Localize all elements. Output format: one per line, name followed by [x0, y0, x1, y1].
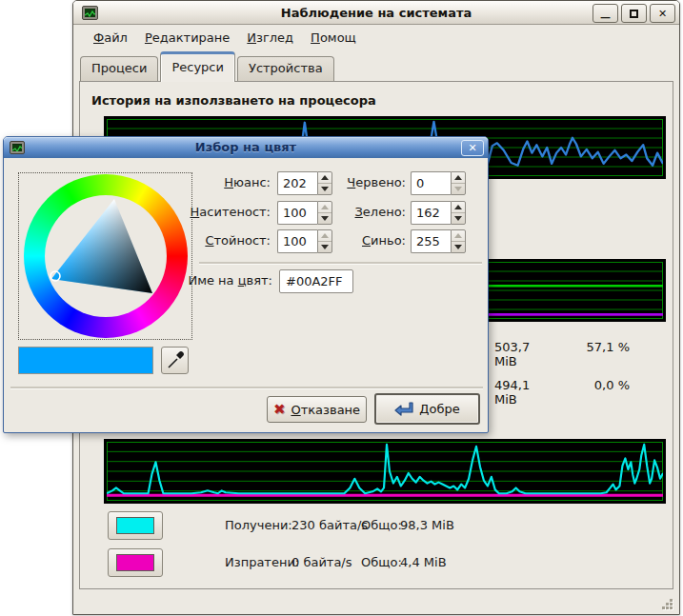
statusbar [74, 591, 678, 613]
red-label: Червено: [318, 175, 406, 189]
dialog-titlebar[interactable]: Избор на цвят ✕ [4, 137, 488, 158]
ok-button[interactable]: Добре [374, 393, 480, 425]
menu-file[interactable]: Файл [85, 29, 136, 47]
dialog-close-button[interactable]: ✕ [461, 140, 484, 156]
network-received-row: Получени: 230 байта/s Общо: 98,3 MiB [108, 511, 641, 540]
menu-view[interactable]: Изглед [238, 29, 302, 47]
cancel-x-icon: ✖ [273, 401, 286, 418]
sent-total-label: Общо: [361, 555, 402, 569]
red-spinner[interactable] [451, 171, 466, 195]
memory-size: 503,7 MiB [494, 340, 530, 368]
dialog-action-separator [10, 387, 483, 388]
saturation-label: Наситеност: [149, 205, 271, 219]
value-label: Стойност: [149, 233, 271, 248]
green-row: Зелено: 162 [318, 201, 475, 225]
menu-help[interactable]: Помощ [302, 29, 365, 47]
red-input[interactable]: 0 [411, 171, 451, 195]
hue-row: Нюанс: 202 [147, 171, 337, 195]
hue-input[interactable]: 202 [277, 171, 317, 195]
green-label: Зелено: [318, 205, 406, 219]
dialog-mid-separator [199, 262, 482, 264]
sent-color-swatch [116, 554, 154, 571]
blue-label: Синьо: [318, 233, 406, 248]
menubar: Файл Редактиране Изглед Помощ [74, 26, 678, 49]
window-title: Наблюдение на системата [73, 6, 679, 20]
value-row: Стойност: 100 [147, 229, 337, 253]
blue-spinner[interactable] [451, 229, 466, 253]
network-sent-row: Изпратени: 0 байта/s Общо: 4,4 MiB [108, 548, 641, 577]
eyedropper-icon [162, 348, 188, 373]
cancel-label: Отказване [291, 403, 360, 417]
received-rate: 230 байта/s [291, 518, 368, 532]
green-spinner[interactable] [451, 201, 466, 225]
red-row: Червено: 0 [318, 171, 475, 195]
tab-devices[interactable]: Устройства [237, 56, 334, 81]
cancel-button[interactable]: ✖ Отказване [267, 396, 367, 423]
resize-grip[interactable] [659, 596, 673, 609]
ok-label: Добре [419, 402, 459, 416]
sent-total: 4,4 MiB [400, 555, 447, 569]
sent-label: Изпратени: [225, 555, 299, 569]
current-color-swatch [18, 347, 153, 374]
green-input[interactable]: 162 [411, 201, 451, 225]
eyedropper-button[interactable] [161, 347, 189, 374]
hue-label: Нюанс: [149, 175, 271, 189]
saturation-row: Наситеност: 100 [147, 201, 337, 225]
sent-color-button[interactable] [108, 548, 163, 577]
network-history-chart [104, 439, 666, 504]
blue-input[interactable]: 255 [411, 229, 451, 253]
close-button[interactable]: ✕ [650, 4, 675, 23]
minimize-button[interactable]: — [593, 4, 618, 23]
dialog-title: Избор на цвят [4, 140, 488, 154]
ok-enter-icon [394, 402, 413, 417]
swap-percent: 0,0 % [573, 378, 630, 392]
sent-rate: 0 байта/s [291, 555, 352, 569]
color-wheel-area [18, 172, 192, 340]
titlebar[interactable]: Наблюдение на системата — ✕ [73, 1, 679, 25]
received-label: Получени: [225, 518, 292, 532]
received-total: 98,3 MiB [400, 518, 454, 532]
maximize-button[interactable] [621, 4, 647, 23]
memory-percent: 57,1 % [573, 340, 630, 354]
tab-processes[interactable]: Процеси [80, 56, 158, 81]
saturation-input[interactable]: 100 [277, 201, 317, 225]
blue-row: Синьо: 255 [318, 229, 475, 253]
hsv-triangle[interactable] [19, 173, 193, 341]
received-color-swatch [116, 517, 154, 534]
color-picker-dialog: Избор на цвят ✕ Нюанс: 202 Наситенос [3, 136, 489, 433]
cpu-section-title: История на използването на процесора [91, 93, 376, 108]
value-input[interactable]: 100 [277, 229, 317, 253]
tab-resources[interactable]: Ресурси [160, 51, 235, 82]
swap-size: 494,1 MiB [494, 378, 530, 407]
color-name-label: Име на цвят: [156, 273, 272, 288]
menu-edit[interactable]: Редактиране [136, 29, 238, 47]
tab-bar: Процеси Ресурси Устройства [80, 51, 336, 81]
received-color-button[interactable] [108, 511, 163, 540]
color-name-input[interactable]: #00A2FF [279, 269, 353, 293]
received-total-label: Общо: [361, 518, 402, 532]
